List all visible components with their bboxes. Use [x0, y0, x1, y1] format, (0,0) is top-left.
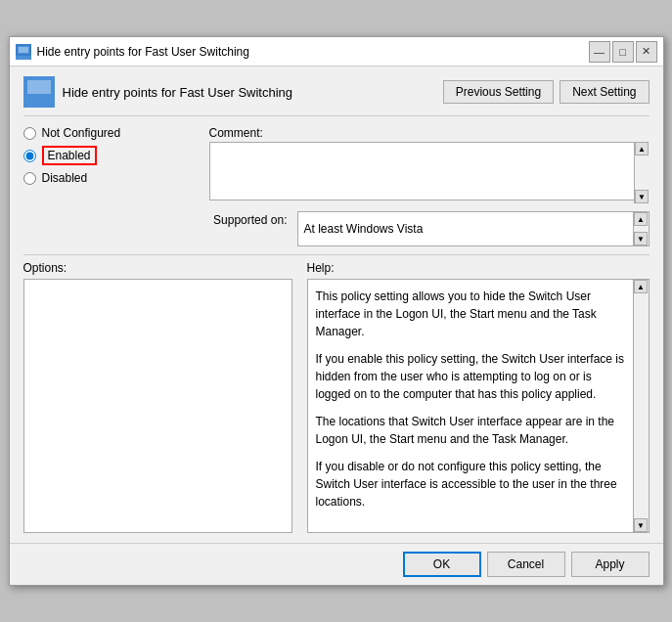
help-panel: Help: This policy setting allows you to … [307, 261, 650, 533]
policy-icon [23, 76, 55, 108]
radio-group: Not Configured Enabled Disabled [23, 126, 200, 185]
cancel-button[interactable]: Cancel [487, 552, 565, 577]
comment-scrollbar: ▲ ▼ [634, 142, 650, 203]
help-label: Help: [307, 261, 650, 275]
supported-section: Supported on: At least Windows Vista ▲ ▼ [209, 211, 650, 246]
options-label: Options: [23, 261, 307, 275]
svg-rect-6 [29, 102, 49, 105]
not-configured-option[interactable]: Not Configured [23, 126, 200, 140]
window-title: Hide entry points for Fast User Switchin… [37, 45, 249, 59]
disabled-label: Disabled [42, 171, 88, 185]
svg-rect-2 [17, 56, 30, 59]
dialog-header: Hide entry points for Fast User Switchin… [23, 76, 650, 116]
comment-box-wrapper: ▲ ▼ [209, 142, 650, 203]
comment-scroll-down[interactable]: ▼ [635, 190, 649, 203]
supported-value-box: At least Windows Vista ▲ ▼ [297, 211, 650, 246]
navigation-buttons: Previous Setting Next Setting [443, 80, 650, 104]
header-left: Hide entry points for Fast User Switchin… [23, 76, 293, 108]
right-panel: Comment: ▲ ▼ Supported on: At least [209, 126, 650, 246]
supported-scrollbar: ▲ ▼ [633, 212, 649, 245]
window-icon [16, 44, 31, 60]
not-configured-radio[interactable] [23, 127, 36, 140]
title-bar-left: Hide entry points for Fast User Switchin… [16, 44, 249, 60]
help-para-3: The locations that Switch User interface… [316, 413, 627, 448]
main-window: Hide entry points for Fast User Switchin… [9, 36, 664, 586]
policy-title: Hide entry points for Fast User Switchin… [63, 85, 293, 100]
previous-setting-button[interactable]: Previous Setting [443, 80, 554, 104]
disabled-radio[interactable] [23, 172, 36, 185]
comment-section: Comment: ▲ ▼ [209, 126, 650, 203]
supported-scroll-down[interactable]: ▼ [634, 232, 648, 245]
help-text: This policy setting allows you to hide t… [308, 280, 649, 528]
disabled-option[interactable]: Disabled [23, 171, 200, 185]
title-bar: Hide entry points for Fast User Switchin… [10, 37, 663, 67]
help-box: This policy setting allows you to hide t… [307, 279, 650, 533]
left-panel: Not Configured Enabled Disabled [23, 126, 200, 246]
enabled-option[interactable]: Enabled [23, 146, 200, 165]
dialog-footer: OK Cancel Apply [10, 543, 663, 585]
minimize-button[interactable]: — [589, 41, 610, 63]
help-scroll-down[interactable]: ▼ [634, 518, 648, 532]
close-button[interactable]: ✕ [636, 41, 657, 63]
options-box [23, 279, 292, 533]
next-setting-button[interactable]: Next Setting [560, 80, 649, 104]
supported-label: Supported on: [209, 211, 288, 227]
dialog-content: Hide entry points for Fast User Switchin… [10, 67, 663, 543]
help-para-4: If you disable or do not configure this … [316, 458, 627, 511]
maximize-button[interactable]: □ [612, 41, 634, 63]
title-controls: — □ ✕ [589, 41, 657, 63]
options-help-section: Options: Help: This policy setting allow… [23, 254, 650, 533]
help-scroll-up[interactable]: ▲ [634, 280, 648, 293]
comment-label: Comment: [209, 126, 650, 140]
options-panel: Options: [23, 261, 307, 533]
help-scrollbar: ▲ ▼ [633, 280, 649, 532]
svg-rect-5 [31, 98, 47, 102]
svg-rect-1 [19, 47, 28, 53]
enabled-radio[interactable] [23, 150, 36, 162]
supported-scroll-up[interactable]: ▲ [634, 212, 648, 226]
ok-button[interactable]: OK [403, 552, 481, 577]
main-layout: Not Configured Enabled Disabled Comm [23, 126, 650, 246]
comment-scroll-up[interactable]: ▲ [635, 142, 649, 156]
supported-value: At least Windows Vista [304, 222, 424, 236]
help-para-2: If you enable this policy setting, the S… [316, 350, 627, 403]
apply-button[interactable]: Apply [571, 552, 650, 577]
help-para-1: This policy setting allows you to hide t… [316, 288, 627, 340]
svg-rect-4 [27, 80, 51, 94]
comment-textarea[interactable] [209, 142, 650, 200]
enabled-label: Enabled [42, 146, 97, 165]
not-configured-label: Not Configured [42, 126, 121, 140]
